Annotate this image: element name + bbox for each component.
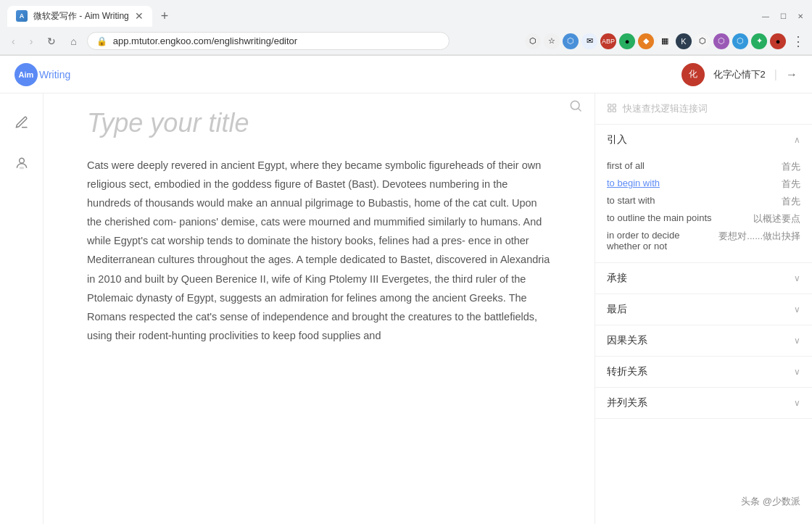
lock-icon: 🔒 <box>96 36 107 46</box>
title-bar: A 微软爱写作 - Aim Writing ✕ + — ☐ ✕ <box>0 0 812 28</box>
maximize-button[interactable]: ☐ <box>779 12 787 20</box>
svg-rect-4 <box>608 104 611 107</box>
section-yinguo-chevron: ∨ <box>794 336 800 346</box>
svg-rect-6 <box>608 109 611 112</box>
logo-abbr: Aim <box>19 70 34 79</box>
section-zuihou-chevron: ∨ <box>794 304 800 315</box>
section-binglie: 并列关系 ∨ <box>595 388 812 419</box>
panel-search[interactable]: 快速查找逻辑连接词 <box>595 93 812 125</box>
section-zuihou: 最后 ∨ <box>595 294 812 325</box>
panel-search-placeholder[interactable]: 快速查找逻辑连接词 <box>623 102 708 115</box>
section-yinguo-title: 因果关系 <box>607 334 647 347</box>
ext-icon-8[interactable]: ⬡ <box>713 33 729 49</box>
ext-icon-k[interactable]: K <box>676 33 692 49</box>
sidebar-edit-button[interactable] <box>7 108 36 137</box>
new-tab-button[interactable]: + <box>155 6 175 27</box>
svg-point-2 <box>571 101 579 109</box>
ext-icon-6[interactable]: ▦ <box>657 33 673 49</box>
phrase-cn-1: 首先 <box>782 160 800 173</box>
url-bar[interactable]: 🔒 app.mtutor.engkoo.com/englishwriting/e… <box>87 32 450 50</box>
section-intro-header[interactable]: 引入 ∧ <box>595 125 812 155</box>
editor-content[interactable]: Cats were deeply revered in ancient Egyp… <box>87 156 551 345</box>
editor-area[interactable]: Type your title Cats were deeply revered… <box>44 93 594 524</box>
phrase-en-3: to start with <box>607 195 776 206</box>
separator: | <box>774 68 777 81</box>
logo-text: Writing <box>39 69 70 80</box>
section-zuihou-header[interactable]: 最后 ∨ <box>595 294 812 325</box>
section-intro-chevron: ∧ <box>794 135 800 145</box>
section-chengj: 承接 ∨ <box>595 263 812 294</box>
editor-title[interactable]: Type your title <box>87 108 551 138</box>
logout-button[interactable]: → <box>786 68 798 81</box>
section-yinguo-header[interactable]: 因果关系 ∨ <box>595 325 812 356</box>
ext-icon-star[interactable]: ☆ <box>544 33 560 49</box>
window-controls: — ☐ ✕ <box>761 12 805 20</box>
phrase-en-1: first of all <box>607 160 776 171</box>
ext-icon-10[interactable]: ✦ <box>751 33 767 49</box>
address-bar: ‹ › ↻ ⌂ 🔒 app.mtutor.engkoo.com/englishw… <box>0 28 812 55</box>
svg-rect-5 <box>613 104 616 107</box>
sidebar-user-button[interactable] <box>7 149 36 178</box>
section-binglie-chevron: ∨ <box>794 398 800 408</box>
section-zhuanzhe-header[interactable]: 转折关系 ∨ <box>595 357 812 387</box>
tab-title: 微软爱写作 - Aim Writing <box>33 10 129 22</box>
watermark: 头条 @少数派 <box>737 494 805 510</box>
phrase-row-4: to outline the main points 以概述要点 <box>607 210 800 228</box>
section-zhuanzhe: 转折关系 ∨ <box>595 357 812 388</box>
section-intro-content: first of all 首先 to begin with 首先 to star… <box>595 155 812 262</box>
main-area: Type your title Cats were deeply revered… <box>0 93 812 524</box>
minimize-button[interactable]: — <box>761 12 770 20</box>
browser-menu-button[interactable]: ⋮ <box>792 33 805 49</box>
ext-icon-5[interactable]: ◆ <box>638 33 654 49</box>
tab-favicon: A <box>16 10 28 22</box>
ext-icon-1[interactable]: ⬡ <box>525 33 541 49</box>
app-header: Aim Writing 化 化字心情下2 | → <box>0 56 812 93</box>
phrase-row-2: to begin with 首先 <box>607 175 800 193</box>
phrase-row-3: to start with 首先 <box>607 193 800 210</box>
phrase-en-2[interactable]: to begin with <box>607 178 776 188</box>
logo-circle: Aim <box>14 63 38 86</box>
user-avatar: 化 <box>682 63 705 86</box>
home-button[interactable]: ⌂ <box>66 33 80 50</box>
svg-point-1 <box>19 167 24 169</box>
section-zhuanzhe-title: 转折关系 <box>607 365 647 378</box>
browser-extensions: ⬡ ☆ ⬡ ✉ ABP ● ◆ ▦ K ⬡ ⬡ ⬡ ✦ ● ⋮ <box>525 33 805 49</box>
back-button[interactable]: ‹ <box>7 33 20 50</box>
panel-search-icon <box>607 103 617 115</box>
app-logo: Aim Writing <box>14 63 70 86</box>
ext-icon-2[interactable]: ⬡ <box>563 33 579 49</box>
section-binglie-title: 并列关系 <box>607 396 647 409</box>
ext-icon-3[interactable]: ✉ <box>581 33 597 49</box>
user-avatar-browser[interactable]: ● <box>770 33 786 49</box>
tab-bar: A 微软爱写作 - Aim Writing ✕ + <box>7 6 174 27</box>
section-intro: 引入 ∧ first of all 首先 to begin with 首先 to… <box>595 125 812 263</box>
refresh-button[interactable]: ↻ <box>43 33 60 50</box>
section-chengj-header[interactable]: 承接 ∨ <box>595 263 812 294</box>
ext-icon-7[interactable]: ⬡ <box>695 33 710 49</box>
phrase-cn-5: 要想对......做出抉择 <box>718 230 800 243</box>
phrase-row-1: first of all 首先 <box>607 158 800 175</box>
svg-rect-7 <box>613 109 616 112</box>
tab-close-button[interactable]: ✕ <box>135 10 144 22</box>
ext-icon-m[interactable]: ABP <box>600 33 616 49</box>
phrase-row-5: in order to decide whether or not 要想对...… <box>607 228 800 254</box>
forward-button[interactable]: › <box>25 33 38 50</box>
section-intro-title: 引入 <box>607 133 627 146</box>
svg-line-3 <box>579 109 581 112</box>
close-button[interactable]: ✕ <box>796 12 805 20</box>
search-float-button[interactable] <box>563 93 589 119</box>
section-chengj-chevron: ∨ <box>794 273 800 283</box>
section-zuihou-title: 最后 <box>607 303 627 316</box>
ext-icon-9[interactable]: ⬡ <box>732 33 748 49</box>
left-sidebar <box>0 93 44 524</box>
browser-chrome: A 微软爱写作 - Aim Writing ✕ + — ☐ ✕ ‹ › ↻ ⌂ … <box>0 0 812 56</box>
phrase-cn-2: 首先 <box>782 178 800 191</box>
url-text: app.mtutor.engkoo.com/englishwriting/edi… <box>113 36 440 46</box>
ext-icon-4[interactable]: ● <box>619 33 635 49</box>
phrase-cn-3: 首先 <box>782 195 800 208</box>
phrase-en-4: to outline the main points <box>607 212 747 223</box>
active-tab[interactable]: A 微软爱写作 - Aim Writing ✕ <box>7 6 152 27</box>
section-binglie-header[interactable]: 并列关系 ∨ <box>595 388 812 418</box>
phrase-en-5: in order to decide whether or not <box>607 230 713 251</box>
section-chengj-title: 承接 <box>607 272 627 285</box>
